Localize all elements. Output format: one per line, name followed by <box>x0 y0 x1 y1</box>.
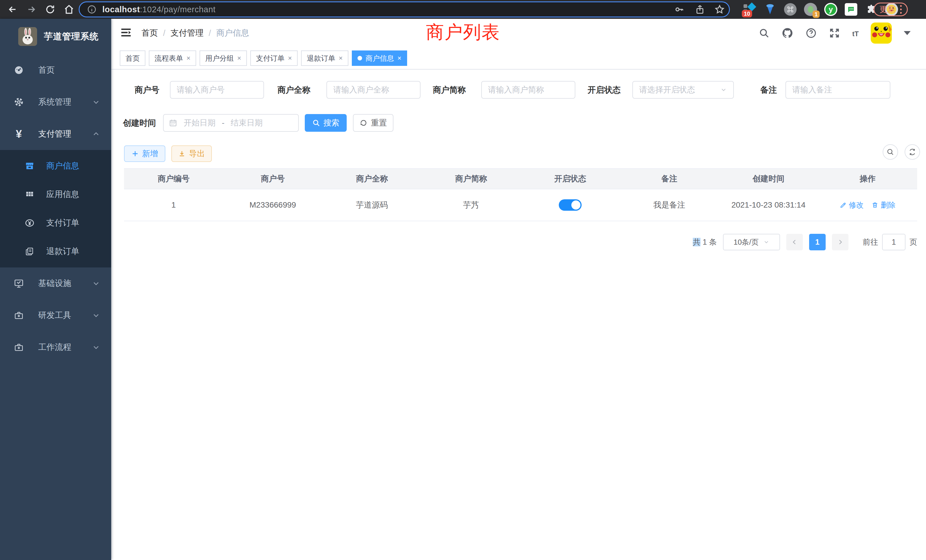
breadcrumb: 首页 / 支付管理 / 商户信息 <box>141 19 249 47</box>
table-search-toggle-button[interactable] <box>883 144 898 160</box>
top-navbar: 首页 / 支付管理 / 商户信息 tT <box>111 19 926 47</box>
fullscreen-icon[interactable] <box>829 27 840 39</box>
calendar-icon <box>169 119 177 127</box>
user-avatar[interactable] <box>871 23 892 44</box>
reset-button[interactable]: 重置 <box>353 114 393 132</box>
chevron-down-icon <box>92 312 100 319</box>
search-icon[interactable] <box>759 28 770 38</box>
tab-process-form[interactable]: 流程表单× <box>149 50 196 66</box>
back-icon[interactable] <box>6 3 19 16</box>
url-bar[interactable]: localhost:1024/pay/merchant <box>79 2 730 17</box>
status-toggle-on[interactable] <box>559 199 582 211</box>
chevron-up-icon <box>92 130 100 138</box>
sidebar-item-workflow[interactable]: 工作流程 <box>0 331 111 363</box>
github-icon[interactable] <box>781 27 793 39</box>
sidebar-item-label: 支付管理 <box>38 128 71 140</box>
short-name-input[interactable] <box>481 81 575 98</box>
sidebar-item-label: 应用信息 <box>46 189 79 200</box>
browser-update-button[interactable]: 更新 <box>873 3 908 16</box>
date-range-picker[interactable]: 开始日期 - 结束日期 <box>163 114 299 132</box>
close-icon[interactable]: × <box>398 54 401 62</box>
sidebar: 芋道管理系统 首页 系统管理 ¥ 支付管理 商户信息 <box>0 19 111 560</box>
tab-pay-order[interactable]: 支付订单× <box>250 50 298 66</box>
tab-merchant-info-active[interactable]: 商户信息× <box>352 50 407 66</box>
goto-page-input[interactable] <box>882 234 905 250</box>
merchant-table: 商户编号 商户号 商户全称 商户简称 开启状态 备注 创建时间 操作 1 M23… <box>124 168 917 221</box>
full-name-input[interactable] <box>327 81 421 98</box>
close-icon[interactable]: × <box>237 54 241 62</box>
password-key-icon[interactable] <box>674 2 684 17</box>
avatar-caret-icon[interactable] <box>904 31 911 35</box>
page-size-select[interactable]: 10条/页 <box>723 234 780 250</box>
pagination-goto: 前往 页 <box>863 234 917 250</box>
sidebar-item-infra[interactable]: 基础设施 <box>0 268 111 300</box>
tab-refund-order[interactable]: 退款订单× <box>301 50 348 66</box>
export-button[interactable]: 导出 <box>171 145 212 162</box>
filter-label-created: 创建时间 <box>123 114 156 132</box>
share-icon[interactable] <box>695 2 705 17</box>
bookmark-star-icon[interactable] <box>714 2 725 17</box>
sidebar-item-payment[interactable]: ¥ 支付管理 <box>0 118 111 150</box>
forward-icon[interactable] <box>25 3 38 16</box>
cell-full-name: 芋道源码 <box>322 200 422 210</box>
sidebar-item-refund-order[interactable]: 退款订单 <box>0 237 111 266</box>
help-icon[interactable] <box>805 27 817 39</box>
sidebar-item-label: 基础设施 <box>38 278 71 289</box>
payment-submenu: 商户信息 应用信息 支付订单 退款订单 <box>0 150 111 268</box>
close-icon[interactable]: × <box>339 54 343 62</box>
browser-menu-dots-icon[interactable] <box>900 5 902 14</box>
edit-link[interactable]: 修改 <box>840 200 864 210</box>
page-1-button[interactable]: 1 <box>809 234 826 250</box>
chevron-down-icon <box>92 344 100 351</box>
sidebar-fold-icon[interactable] <box>120 26 132 39</box>
extension-blue-diamond-icon[interactable]: 10 <box>743 3 757 16</box>
start-date-placeholder[interactable]: 开始日期 <box>184 118 216 128</box>
sidebar-item-pay-order[interactable]: 支付订单 <box>0 209 111 237</box>
pagination-total: 共 1 条 <box>693 237 717 247</box>
status-select[interactable]: 请选择开启状态 <box>632 81 734 98</box>
extension-chat-icon[interactable] <box>844 3 858 16</box>
search-button[interactable]: 搜索 <box>305 114 346 132</box>
prev-page-button[interactable] <box>786 234 803 250</box>
sidebar-item-home[interactable]: 首页 <box>0 54 111 86</box>
tag-view-bar: 首页 流程表单× 用户分组× 支付订单× 退款订单× 商户信息× <box>111 47 926 70</box>
font-size-icon[interactable]: tT <box>852 28 859 38</box>
gear-icon <box>13 97 24 107</box>
sidebar-item-merchant-info[interactable]: 商户信息 <box>0 152 111 180</box>
cell-created-at: 2021-10-23 08:31:14 <box>719 200 818 210</box>
sidebar-item-system[interactable]: 系统管理 <box>0 86 111 118</box>
shop-icon <box>24 161 35 171</box>
add-button[interactable]: 新增 <box>124 145 165 162</box>
breadcrumb-payment[interactable]: 支付管理 <box>171 27 204 39</box>
app-title: 芋道管理系统 <box>44 30 98 42</box>
close-icon[interactable]: × <box>288 54 292 62</box>
sidebar-item-label: 研发工具 <box>38 310 71 321</box>
tab-home[interactable]: 首页 <box>120 50 145 66</box>
sidebar-item-app-info[interactable]: 应用信息 <box>0 180 111 209</box>
main-content: 商户号 商户全称 商户简称 开启状态 请选择开启状态 备注 创建时间 开始日期 … <box>111 70 926 560</box>
browser-chrome: localhost:1024/pay/merchant 10 <box>0 0 926 19</box>
reload-icon[interactable] <box>44 3 56 16</box>
app-logo-row[interactable]: 芋道管理系统 <box>0 19 111 54</box>
merchant-no-input[interactable] <box>170 81 264 98</box>
remark-input[interactable] <box>785 81 890 98</box>
extension-command-icon[interactable] <box>784 3 797 16</box>
next-page-button[interactable] <box>832 234 849 250</box>
extension-gem-icon[interactable] <box>763 3 777 16</box>
sidebar-item-devtools[interactable]: 研发工具 <box>0 300 111 331</box>
table-refresh-button[interactable] <box>905 144 920 160</box>
extension-avatar-icon[interactable]: 1 <box>804 3 817 16</box>
close-icon[interactable]: × <box>186 54 191 62</box>
extension-y-icon[interactable]: y <box>824 3 838 16</box>
annotation-title: 商户列表 <box>426 20 500 44</box>
end-date-placeholder[interactable]: 结束日期 <box>231 118 263 128</box>
site-info-icon[interactable] <box>87 5 97 14</box>
sidebar-item-label: 系统管理 <box>38 96 71 108</box>
sidebar-item-label: 首页 <box>38 64 55 76</box>
delete-link[interactable]: 删除 <box>872 200 896 210</box>
tab-user-group[interactable]: 用户分组× <box>200 50 247 66</box>
copy-document-icon <box>24 247 35 256</box>
select-caret-icon <box>763 239 770 245</box>
breadcrumb-home[interactable]: 首页 <box>141 27 158 39</box>
home-icon[interactable] <box>63 3 75 16</box>
